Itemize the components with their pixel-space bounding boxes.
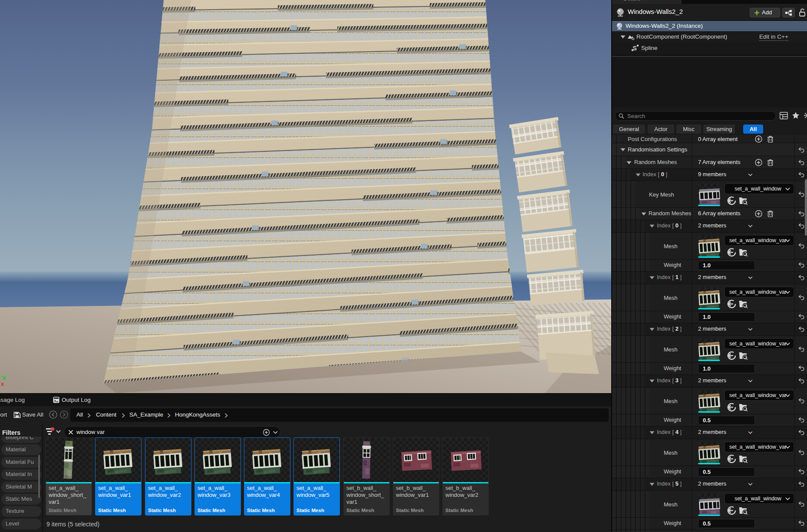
- svg-text:x: x: [1, 381, 4, 387]
